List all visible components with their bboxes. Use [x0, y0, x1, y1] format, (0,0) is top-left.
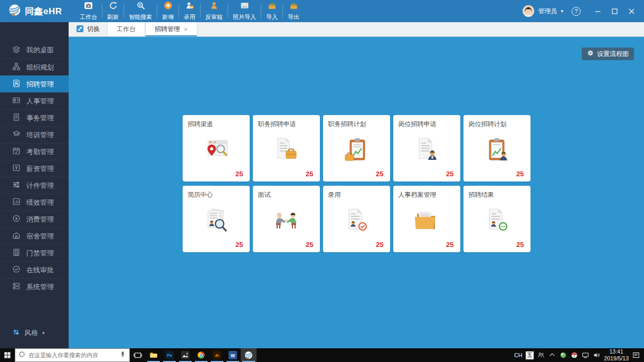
gear-icon [587, 50, 594, 58]
tab-recruitment[interactable]: 招聘管理 × [145, 22, 197, 36]
toolbar-button-export[interactable]: 导出 [283, 0, 304, 22]
clipboard-chart-person-icon [481, 136, 513, 164]
people-icon[interactable] [537, 351, 545, 359]
card-post-recruit-request[interactable]: 岗位招聘申请 25 [393, 115, 460, 182]
refresh-icon [109, 1, 118, 12]
tab-workbench[interactable]: 工作台 [107, 22, 145, 36]
network-icon[interactable] [582, 351, 589, 359]
start-button[interactable] [0, 348, 15, 362]
cortana-icon [18, 350, 25, 360]
record-count: 25 [235, 241, 243, 249]
sidebar-item-dormitory[interactable]: 宿舍管理 [0, 227, 69, 244]
ime-indicator[interactable]: 五 [526, 351, 534, 359]
switch-button[interactable]: 切换 [69, 22, 107, 36]
action-center-icon[interactable] [632, 351, 640, 359]
unaudit-person-icon [210, 1, 219, 12]
sidebar-item-personnel[interactable]: 人事管理 [0, 92, 69, 109]
sidebar-item-piecework[interactable]: 计件管理 [0, 177, 69, 194]
taskbar-app-file-explorer[interactable] [146, 348, 162, 362]
taskbar-app-ehr[interactable] [241, 348, 257, 362]
add-icon [164, 1, 173, 12]
main-toolbar: 工作台 刷新 智能搜索 [75, 0, 304, 22]
clock[interactable]: 13:41 2019/5/13 [604, 348, 629, 362]
svg-text:W: W [231, 353, 235, 358]
taskbar-app-photos[interactable] [177, 348, 193, 362]
sidebar-item-online-approval[interactable]: 在线审批 [0, 261, 69, 278]
sidebar-item-org-planning[interactable]: 组织规划 [0, 59, 69, 75]
card-recruitment-channel[interactable]: 招聘渠道 25 [183, 115, 250, 182]
minimize-button[interactable] [589, 0, 606, 22]
record-count: 25 [235, 170, 243, 178]
taskbar-app-illustrator[interactable]: Ai [209, 348, 225, 362]
card-post-recruit-plan[interactable]: 岗位招聘计划 25 [463, 115, 531, 182]
style-picker[interactable]: 风格 ▾ [12, 328, 45, 338]
task-view-button[interactable] [130, 348, 146, 362]
toolbar-button-add[interactable]: 新增 [157, 0, 178, 22]
speaker-icon[interactable] [593, 351, 600, 359]
tray-app-colored-icon[interactable] [571, 351, 578, 359]
photoshop-icon: Ps [165, 351, 174, 359]
tray-app-green-icon[interactable] [560, 351, 567, 359]
language-indicator[interactable]: CH [514, 352, 522, 358]
help-button[interactable]: ? [572, 7, 581, 16]
hire-person-icon [185, 1, 194, 12]
record-count: 25 [446, 170, 453, 178]
search-input[interactable] [29, 352, 116, 358]
toolbar-button-hire[interactable]: 录用 [179, 0, 200, 22]
maximize-button[interactable] [606, 0, 623, 22]
toolbar-button-workbench[interactable]: 工作台 [75, 0, 102, 22]
file-explorer-icon [149, 351, 158, 359]
toolbar-button-refresh[interactable]: 刷新 [102, 0, 124, 22]
user-menu[interactable]: 管理员 ▾ [523, 5, 563, 17]
card-personnel-archive[interactable]: 人事档案管理 25 [393, 186, 460, 252]
set-flowchart-button[interactable]: 设置流程图 [582, 47, 634, 60]
taskbar-app-photoshop[interactable]: Ps [162, 348, 177, 362]
taskbar-app-word[interactable]: W [225, 348, 241, 362]
toolbar-button-unaudit[interactable]: 反审核 [201, 0, 228, 22]
taskbar-search[interactable] [15, 348, 130, 362]
salary-yuan-icon [12, 164, 21, 174]
sidebar-item-access-control[interactable]: 门禁管理 [0, 244, 69, 261]
close-button[interactable] [623, 0, 640, 22]
training-cap-icon [12, 130, 21, 140]
sidebar-item-system[interactable]: 系统管理 [0, 278, 69, 295]
toolbar-button-smart-search[interactable]: 智能搜索 [124, 0, 157, 22]
import-box-icon [268, 1, 277, 12]
toolbar-button-photo-import[interactable]: 照片导入 [228, 0, 261, 22]
screen: 同鑫eHR 工作台 刷新 [0, 0, 644, 362]
sidebar-item-recruitment[interactable]: 招聘管理 [0, 75, 69, 92]
export-box-icon [289, 1, 298, 12]
card-resume-center[interactable]: 简历中心 25 [183, 186, 250, 252]
record-count: 25 [306, 241, 313, 249]
record-count: 25 [446, 241, 453, 249]
sidebar-item-performance[interactable]: 绩效管理 [0, 194, 69, 211]
sidebar-item-salary[interactable]: 薪资管理 [0, 160, 69, 177]
card-interview[interactable]: 面试 [253, 186, 320, 252]
style-palette-icon [12, 328, 20, 338]
microphone-icon[interactable] [119, 350, 126, 360]
content-area: 设置流程图 招聘渠道 [69, 37, 644, 348]
calendar-check-icon [12, 147, 21, 157]
chevron-up-icon[interactable] [548, 351, 556, 359]
sidebar-item-consumption[interactable]: 消费管理 [0, 211, 69, 227]
sidebar-item-my-desktop[interactable]: 我的桌面 [0, 42, 69, 59]
card-position-recruit-request[interactable]: 职务招聘申请 25 [253, 115, 320, 182]
chevron-down-icon: ▾ [561, 8, 563, 14]
sidebar: 我的桌面 组织规划 招聘管理 人事管理 事务管理 培训管理 [0, 22, 69, 348]
sliders-icon [12, 180, 21, 190]
layers-icon [12, 45, 21, 55]
card-hire[interactable]: 录用 25 [323, 186, 390, 252]
sidebar-item-training[interactable]: 培训管理 [0, 126, 69, 143]
sidebar-item-affairs[interactable]: 事务管理 [0, 109, 69, 126]
card-recruitment-result[interactable]: 招聘结果 25 [463, 186, 531, 252]
illustrator-icon: Ai [213, 351, 221, 359]
header-right: 管理员 ▾ ? [523, 0, 644, 22]
toolbar-button-import[interactable]: 导入 [261, 0, 282, 22]
taskbar-app-chrome[interactable] [193, 348, 209, 362]
close-tab-icon[interactable]: × [184, 26, 188, 33]
card-position-recruit-plan[interactable]: 职务招聘计划 25 [323, 115, 390, 182]
resume-search-icon [200, 207, 232, 234]
sidebar-item-attendance[interactable]: 考勤管理 [0, 143, 69, 160]
record-count: 25 [516, 170, 524, 178]
avatar [523, 5, 534, 17]
